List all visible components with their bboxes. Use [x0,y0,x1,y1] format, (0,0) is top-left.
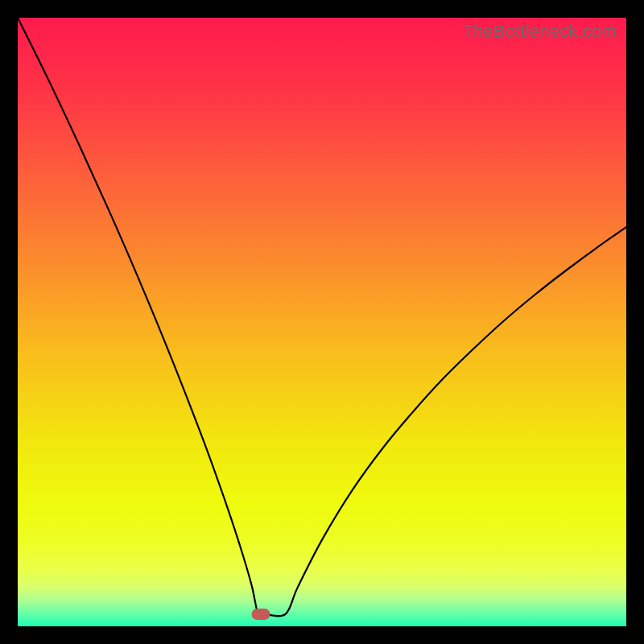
chart-frame: TheBottleneck.com [18,18,626,626]
optimal-point-marker [252,609,270,620]
bottleneck-chart [18,18,626,626]
watermark-text: TheBottleneck.com [462,21,617,42]
gradient-background [18,18,626,626]
